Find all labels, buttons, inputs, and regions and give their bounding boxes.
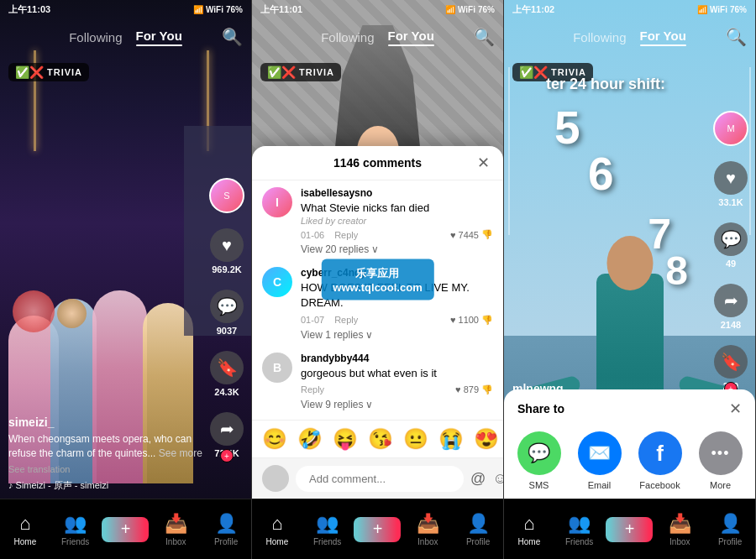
sms-label: SMS	[529, 480, 549, 490]
friends-label-1: Friends	[61, 537, 89, 546]
comment-icon-1[interactable]: 💬	[210, 290, 244, 323]
chevron-icon-1: ∨	[365, 329, 373, 341]
add-button-1[interactable]: +	[105, 517, 145, 542]
foryou-tab-3[interactable]: For You	[640, 29, 686, 46]
like-icon-1[interactable]: ♥	[210, 228, 244, 262]
home-icon-2: ⌂	[271, 513, 282, 535]
panel-1: 上午11:03 📶 WiFi 76% Following For You 🔍 ✅…	[0, 0, 252, 559]
comment-reply-action-0[interactable]: Reply	[334, 230, 358, 240]
view-replies-0[interactable]: View 20 replies ∨	[301, 243, 493, 255]
like-count-3: 33.1K	[718, 197, 743, 207]
emoji-3[interactable]: 😘	[368, 427, 393, 451]
emoji-picker-icon[interactable]: ☺	[492, 470, 504, 488]
facebook-icon: f	[638, 431, 682, 475]
nav-friends-1[interactable]: 👥 Friends	[55, 513, 97, 546]
comment-group-3[interactable]: 💬 49	[714, 222, 748, 269]
search-icon-2[interactable]: 🔍	[474, 27, 495, 47]
share-icon-1[interactable]: ➦	[210, 412, 244, 446]
nav-home-1[interactable]: ⌂ Home	[4, 513, 46, 546]
trivia-badge-1: ✅❌ TRIVIA	[8, 63, 89, 81]
nav-bar-2: Following For You 🔍	[252, 18, 503, 55]
view-replies-1[interactable]: View 1 replies ∨	[301, 329, 493, 341]
emoji-bar: 😊 🤣 😝 😘 😐 😭 😍	[252, 420, 503, 457]
following-tab-3[interactable]: Following	[573, 30, 626, 44]
emoji-2[interactable]: 😝	[333, 427, 358, 451]
view-replies-2[interactable]: View 9 replies ∨	[301, 399, 493, 410]
comment-reply-action-2[interactable]: Reply	[301, 384, 324, 394]
time-2: 上午11:01	[260, 3, 302, 16]
search-icon-3[interactable]: 🔍	[726, 27, 747, 47]
nav-home-2[interactable]: ⌂ Home	[256, 513, 298, 546]
panel-3: 上午11:02 📶 WiFi 76% Following For You 🔍 ✅…	[504, 0, 756, 559]
nav-add-2[interactable]: +	[356, 517, 398, 542]
friends-label-3: Friends	[565, 537, 593, 546]
nav-friends-3[interactable]: 👥 Friends	[559, 513, 601, 546]
share-sms[interactable]: 💬 SMS	[517, 431, 561, 490]
like-group-1[interactable]: ♥ 969.2K	[210, 228, 244, 274]
home-label-2: Home	[266, 537, 289, 546]
profile-icon-2: 👤	[467, 513, 490, 535]
at-icon[interactable]: @	[470, 470, 486, 488]
nav-profile-2[interactable]: 👤 Profile	[457, 513, 499, 546]
nav-inbox-1[interactable]: 📥 Inbox	[155, 513, 197, 546]
inbox-icon-3: 📥	[669, 513, 691, 535]
share-email[interactable]: ✉️ Email	[578, 431, 622, 490]
share-title: Share to	[517, 402, 564, 415]
inbox-label-3: Inbox	[669, 537, 690, 546]
see-translation-1[interactable]: See translation	[8, 464, 205, 474]
close-share-button[interactable]: ✕	[729, 400, 742, 418]
nav-friends-2[interactable]: 👥 Friends	[307, 513, 349, 546]
bottom-nav-2: ⌂ Home 👥 Friends + 📥 Inbox 👤 Profile	[252, 499, 503, 559]
share-icon-3[interactable]: ➦	[714, 284, 748, 317]
nav-inbox-2[interactable]: 📥 Inbox	[407, 513, 449, 546]
comment-input[interactable]	[296, 466, 464, 492]
creator-avatar-3[interactable]: M	[713, 111, 748, 146]
share-facebook[interactable]: f Facebook	[638, 431, 682, 490]
comments-header: 1146 comments ✕	[252, 146, 503, 180]
nav-add-1[interactable]: +	[104, 517, 146, 542]
bookmark-icon-1[interactable]: 🔖	[210, 351, 244, 384]
bottom-nav-3: ⌂ Home 👥 Friends + 📥 Inbox 👤 Profile	[504, 499, 755, 559]
creator-avatar-1[interactable]: S	[209, 178, 244, 213]
foryou-tab-2[interactable]: For You	[388, 29, 434, 46]
search-icon-1[interactable]: 🔍	[222, 27, 243, 47]
profile-label-1: Profile	[214, 537, 238, 546]
like-group-3[interactable]: ♥ 33.1K	[714, 161, 748, 207]
nav-profile-1[interactable]: 👤 Profile	[205, 513, 247, 546]
nav-profile-3[interactable]: 👤 Profile	[709, 513, 751, 546]
emoji-4[interactable]: 😐	[403, 427, 428, 451]
foryou-tab-1[interactable]: For You	[136, 29, 182, 46]
emoji-0[interactable]: 😊	[262, 427, 287, 451]
nav-add-3[interactable]: +	[608, 517, 650, 542]
comment-count-1: 9037	[217, 326, 237, 336]
counter-5: 5	[554, 101, 580, 154]
like-icon-3[interactable]: ♥	[714, 161, 748, 195]
close-comments-button[interactable]: ✕	[477, 154, 490, 172]
nav-inbox-3[interactable]: 📥 Inbox	[659, 513, 701, 546]
comment-body-0: isabellesaysno What Stevie nicks fan die…	[301, 187, 493, 255]
emoji-1[interactable]: 🤣	[297, 427, 323, 451]
side-icons-3: M + ♥ 33.1K 💬 49 ➦ 2148 🔖 290	[713, 111, 748, 391]
share-more[interactable]: ••• More	[699, 431, 743, 490]
comments-list[interactable]: I isabellesaysno What Stevie nicks fan d…	[252, 180, 503, 420]
comment-group-1[interactable]: 💬 9037	[210, 290, 244, 336]
bookmark-group-1[interactable]: 🔖 24.3K	[210, 351, 244, 397]
following-tab-1[interactable]: Following	[69, 30, 122, 44]
emoji-5[interactable]: 😭	[438, 427, 464, 451]
comment-icon-3[interactable]: 💬	[714, 222, 748, 256]
follow-badge-1[interactable]: +	[220, 449, 234, 462]
see-more-1[interactable]: See more	[159, 447, 202, 459]
emoji-6[interactable]: 😍	[474, 427, 499, 451]
add-button-3[interactable]: +	[609, 517, 649, 542]
comment-text-2: gorgeous but what even is it	[301, 366, 493, 381]
following-tab-2[interactable]: Following	[321, 30, 374, 44]
home-icon-3: ⌂	[523, 513, 534, 535]
nav-home-3[interactable]: ⌂ Home	[508, 513, 550, 546]
comment-reply-action-1[interactable]: Reply	[334, 315, 358, 325]
signal-icon-2: 📶	[445, 5, 455, 14]
share-group-3[interactable]: ➦ 2148	[714, 284, 748, 330]
add-button-2[interactable]: +	[357, 517, 397, 542]
save-icon-3[interactable]: 🔖	[714, 345, 748, 379]
status-bar-2: 上午11:01 📶 WiFi 76%	[252, 0, 503, 18]
profile-label-3: Profile	[718, 537, 742, 546]
